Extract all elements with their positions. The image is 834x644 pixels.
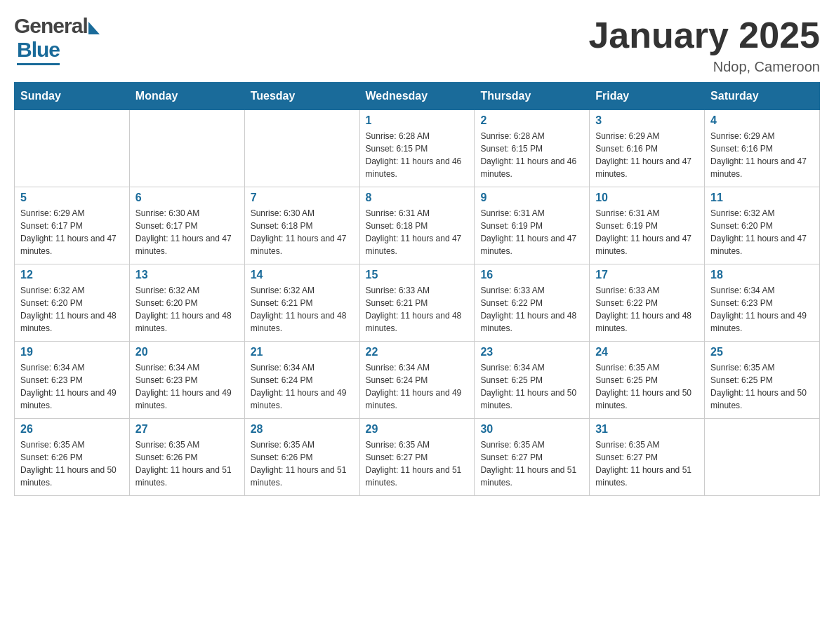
- day-info: Sunrise: 6:32 AM Sunset: 6:21 PM Dayligh…: [251, 284, 354, 335]
- day-number: 10: [595, 192, 699, 204]
- calendar-cell: 8Sunrise: 6:31 AM Sunset: 6:18 PM Daylig…: [359, 187, 475, 264]
- day-info: Sunrise: 6:35 AM Sunset: 6:27 PM Dayligh…: [595, 438, 699, 489]
- day-info: Sunrise: 6:33 AM Sunset: 6:21 PM Dayligh…: [366, 284, 469, 335]
- calendar-cell: 5Sunrise: 6:29 AM Sunset: 6:17 PM Daylig…: [15, 187, 130, 264]
- day-info: Sunrise: 6:34 AM Sunset: 6:23 PM Dayligh…: [20, 361, 124, 412]
- calendar-cell: 25Sunrise: 6:35 AM Sunset: 6:25 PM Dayli…: [705, 342, 820, 419]
- calendar-cell: 14Sunrise: 6:32 AM Sunset: 6:21 PM Dayli…: [244, 264, 359, 342]
- day-info: Sunrise: 6:35 AM Sunset: 6:26 PM Dayligh…: [251, 438, 354, 489]
- day-info: Sunrise: 6:34 AM Sunset: 6:25 PM Dayligh…: [480, 361, 583, 412]
- day-info: Sunrise: 6:30 AM Sunset: 6:18 PM Dayligh…: [251, 207, 354, 257]
- day-number: 19: [20, 346, 124, 358]
- day-number: 16: [480, 269, 583, 281]
- day-number: 24: [595, 346, 699, 358]
- logo: General Blue: [14, 14, 100, 65]
- calendar-week-5: 26Sunrise: 6:35 AM Sunset: 6:26 PM Dayli…: [15, 419, 820, 496]
- day-number: 30: [480, 423, 583, 436]
- page-header: General Blue January 2025 Ndop, Cameroon: [14, 14, 820, 75]
- calendar-cell: 30Sunrise: 6:35 AM Sunset: 6:27 PM Dayli…: [475, 419, 590, 496]
- day-number: 12: [20, 269, 124, 281]
- calendar-cell: 9Sunrise: 6:31 AM Sunset: 6:19 PM Daylig…: [475, 187, 590, 264]
- day-number: 28: [251, 423, 354, 436]
- calendar-cell: 3Sunrise: 6:29 AM Sunset: 6:16 PM Daylig…: [590, 110, 705, 187]
- day-info: Sunrise: 6:33 AM Sunset: 6:22 PM Dayligh…: [595, 284, 699, 335]
- day-number: 18: [710, 269, 814, 281]
- day-number: 26: [20, 423, 124, 436]
- calendar-cell: 21Sunrise: 6:34 AM Sunset: 6:24 PM Dayli…: [244, 342, 359, 419]
- calendar-cell: 26Sunrise: 6:35 AM Sunset: 6:26 PM Dayli…: [15, 419, 130, 496]
- calendar-cell: 10Sunrise: 6:31 AM Sunset: 6:19 PM Dayli…: [590, 187, 705, 264]
- day-info: Sunrise: 6:35 AM Sunset: 6:27 PM Dayligh…: [366, 438, 469, 489]
- calendar-table: SundayMondayTuesdayWednesdayThursdayFrid…: [14, 82, 820, 496]
- calendar-cell: 13Sunrise: 6:32 AM Sunset: 6:20 PM Dayli…: [129, 264, 244, 342]
- calendar-cell: 6Sunrise: 6:30 AM Sunset: 6:17 PM Daylig…: [129, 187, 244, 264]
- day-info: Sunrise: 6:31 AM Sunset: 6:19 PM Dayligh…: [480, 207, 583, 257]
- calendar-cell: [705, 419, 820, 496]
- calendar-cell: 29Sunrise: 6:35 AM Sunset: 6:27 PM Dayli…: [359, 419, 475, 496]
- calendar-header-saturday: Saturday: [705, 83, 820, 110]
- calendar-cell: 31Sunrise: 6:35 AM Sunset: 6:27 PM Dayli…: [590, 419, 705, 496]
- calendar-header-wednesday: Wednesday: [359, 83, 475, 110]
- calendar-header-thursday: Thursday: [475, 83, 590, 110]
- calendar-header-row: SundayMondayTuesdayWednesdayThursdayFrid…: [15, 83, 820, 110]
- calendar-header-sunday: Sunday: [15, 83, 130, 110]
- day-number: 9: [480, 192, 583, 204]
- calendar-cell: 1Sunrise: 6:28 AM Sunset: 6:15 PM Daylig…: [359, 110, 475, 187]
- day-number: 8: [366, 192, 469, 204]
- day-info: Sunrise: 6:28 AM Sunset: 6:15 PM Dayligh…: [480, 130, 583, 180]
- calendar-cell: 11Sunrise: 6:32 AM Sunset: 6:20 PM Dayli…: [705, 187, 820, 264]
- title-block: January 2025 Ndop, Cameroon: [588, 14, 820, 75]
- calendar-week-1: 1Sunrise: 6:28 AM Sunset: 6:15 PM Daylig…: [15, 110, 820, 187]
- day-number: 7: [251, 192, 354, 204]
- day-number: 29: [366, 423, 469, 436]
- day-info: Sunrise: 6:30 AM Sunset: 6:17 PM Dayligh…: [135, 207, 239, 257]
- calendar-week-4: 19Sunrise: 6:34 AM Sunset: 6:23 PM Dayli…: [15, 342, 820, 419]
- day-info: Sunrise: 6:31 AM Sunset: 6:19 PM Dayligh…: [595, 207, 699, 257]
- calendar-header-tuesday: Tuesday: [244, 83, 359, 110]
- day-number: 13: [135, 269, 239, 281]
- day-info: Sunrise: 6:31 AM Sunset: 6:18 PM Dayligh…: [366, 207, 469, 257]
- day-number: 20: [135, 346, 239, 358]
- day-info: Sunrise: 6:32 AM Sunset: 6:20 PM Dayligh…: [135, 284, 239, 335]
- calendar-cell: 23Sunrise: 6:34 AM Sunset: 6:25 PM Dayli…: [475, 342, 590, 419]
- calendar-week-3: 12Sunrise: 6:32 AM Sunset: 6:20 PM Dayli…: [15, 264, 820, 342]
- calendar-header-monday: Monday: [129, 83, 244, 110]
- location-text: Ndop, Cameroon: [588, 59, 820, 75]
- day-number: 15: [366, 269, 469, 281]
- logo-general-text: General: [14, 14, 88, 38]
- day-info: Sunrise: 6:29 AM Sunset: 6:16 PM Dayligh…: [710, 130, 814, 180]
- day-info: Sunrise: 6:29 AM Sunset: 6:16 PM Dayligh…: [595, 130, 699, 180]
- day-number: 4: [710, 114, 814, 127]
- calendar-cell: 27Sunrise: 6:35 AM Sunset: 6:26 PM Dayli…: [129, 419, 244, 496]
- day-info: Sunrise: 6:29 AM Sunset: 6:17 PM Dayligh…: [20, 207, 124, 257]
- day-info: Sunrise: 6:35 AM Sunset: 6:25 PM Dayligh…: [595, 361, 699, 412]
- day-info: Sunrise: 6:35 AM Sunset: 6:26 PM Dayligh…: [20, 438, 124, 489]
- calendar-cell: 28Sunrise: 6:35 AM Sunset: 6:26 PM Dayli…: [244, 419, 359, 496]
- day-info: Sunrise: 6:28 AM Sunset: 6:15 PM Dayligh…: [366, 130, 469, 180]
- day-number: 3: [595, 114, 699, 127]
- logo-blue-text: Blue: [17, 38, 60, 65]
- calendar-cell: 4Sunrise: 6:29 AM Sunset: 6:16 PM Daylig…: [705, 110, 820, 187]
- day-info: Sunrise: 6:34 AM Sunset: 6:24 PM Dayligh…: [366, 361, 469, 412]
- calendar-cell: [244, 110, 359, 187]
- day-number: 27: [135, 423, 239, 436]
- day-number: 23: [480, 346, 583, 358]
- day-number: 22: [366, 346, 469, 358]
- day-info: Sunrise: 6:33 AM Sunset: 6:22 PM Dayligh…: [480, 284, 583, 335]
- day-number: 25: [710, 346, 814, 358]
- day-number: 11: [710, 192, 814, 204]
- calendar-cell: 24Sunrise: 6:35 AM Sunset: 6:25 PM Dayli…: [590, 342, 705, 419]
- day-number: 2: [480, 114, 583, 127]
- day-info: Sunrise: 6:34 AM Sunset: 6:23 PM Dayligh…: [710, 284, 814, 335]
- day-number: 17: [595, 269, 699, 281]
- calendar-cell: 15Sunrise: 6:33 AM Sunset: 6:21 PM Dayli…: [359, 264, 475, 342]
- calendar-cell: 2Sunrise: 6:28 AM Sunset: 6:15 PM Daylig…: [475, 110, 590, 187]
- calendar-cell: 18Sunrise: 6:34 AM Sunset: 6:23 PM Dayli…: [705, 264, 820, 342]
- day-info: Sunrise: 6:35 AM Sunset: 6:26 PM Dayligh…: [135, 438, 239, 489]
- day-number: 21: [251, 346, 354, 358]
- day-number: 6: [135, 192, 239, 204]
- month-title: January 2025: [588, 14, 820, 56]
- calendar-header-friday: Friday: [590, 83, 705, 110]
- day-info: Sunrise: 6:35 AM Sunset: 6:25 PM Dayligh…: [710, 361, 814, 412]
- day-number: 1: [366, 114, 469, 127]
